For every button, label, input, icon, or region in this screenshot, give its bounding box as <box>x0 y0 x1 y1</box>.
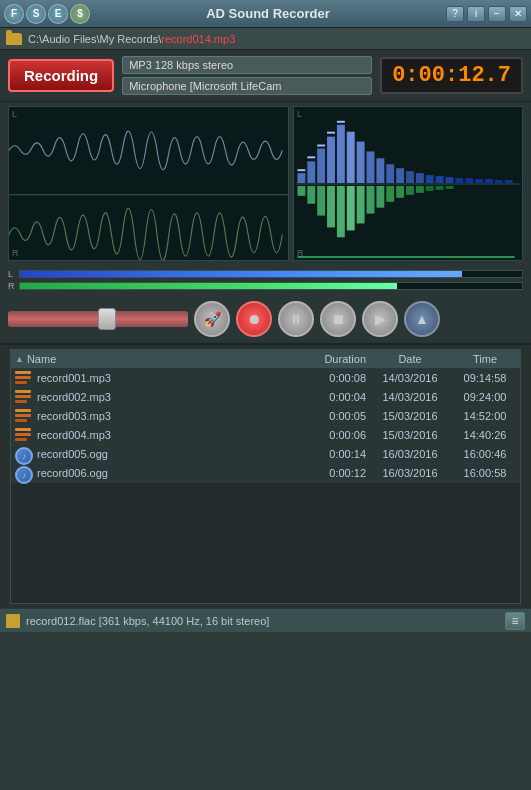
svg-rect-2 <box>307 161 315 183</box>
file-name: record002.mp3 <box>35 391 295 403</box>
file-date: 15/03/2016 <box>370 429 450 441</box>
col-header-date[interactable]: Date <box>370 353 450 365</box>
folder-icon <box>6 33 22 45</box>
svg-rect-9 <box>376 158 384 183</box>
file-row[interactable]: record001.mp3 0:00:08 14/03/2016 09:14:5… <box>11 369 520 388</box>
file-time: 16:00:58 <box>450 467 520 479</box>
file-row[interactable]: record004.mp3 0:00:06 15/03/2016 14:40:2… <box>11 426 520 445</box>
svg-rect-7 <box>357 142 365 183</box>
svg-rect-17 <box>455 178 463 183</box>
file-row[interactable]: record003.mp3 0:00:05 15/03/2016 14:52:0… <box>11 407 520 426</box>
icon-s-button[interactable]: S <box>26 4 46 24</box>
svg-rect-33 <box>337 186 345 237</box>
stop-button[interactable]: ⏹ <box>320 301 356 337</box>
timer-display: 0:00:12.7 <box>380 57 523 94</box>
file-time: 16:00:46 <box>450 448 520 460</box>
file-row[interactable]: record002.mp3 0:00:04 14/03/2016 09:24:0… <box>11 388 520 407</box>
file-duration: 0:00:14 <box>295 448 370 460</box>
svg-rect-42 <box>426 186 434 191</box>
status-file-icon <box>6 614 20 628</box>
waveform-oscilloscope: L R <box>8 106 289 261</box>
file-rows-container: record001.mp3 0:00:08 14/03/2016 09:14:5… <box>11 369 520 483</box>
svg-rect-12 <box>406 171 414 183</box>
file-row[interactable]: ♪ record006.ogg 0:00:12 16/03/2016 16:00… <box>11 464 520 483</box>
controls-section: 🚀 ⏺ ⏸ ⏹ ▶ ▲ <box>0 295 531 345</box>
svg-rect-38 <box>386 186 394 202</box>
mp3-icon <box>15 409 35 423</box>
ogg-icon: ♪ <box>15 466 35 480</box>
status-text: record012.flac [361 kbps, 44100 Hz, 16 b… <box>26 615 499 627</box>
svg-rect-10 <box>386 164 394 183</box>
info-button[interactable]: i <box>467 6 485 22</box>
svg-rect-11 <box>396 168 404 183</box>
svg-rect-35 <box>357 186 365 224</box>
file-list-wrapper: ▲ Name Duration Date Time record001.mp3 … <box>0 345 531 608</box>
level-meters: L R <box>0 265 531 295</box>
col-header-time[interactable]: Time <box>450 353 520 365</box>
col-header-duration[interactable]: Duration <box>295 353 370 365</box>
svg-rect-25 <box>317 145 325 147</box>
svg-rect-37 <box>376 186 384 208</box>
close-button[interactable]: ✕ <box>509 6 527 22</box>
meter-row-r: R <box>8 281 523 291</box>
svg-rect-15 <box>436 176 444 183</box>
spectrum-svg <box>294 107 522 260</box>
svg-rect-1 <box>297 173 305 183</box>
file-time: 09:14:58 <box>450 372 520 384</box>
format-info: MP3 128 kbps stereo <box>122 56 372 74</box>
svg-rect-19 <box>475 179 483 183</box>
status-menu-button[interactable]: ≡ <box>505 612 525 630</box>
svg-rect-21 <box>495 180 503 183</box>
svg-rect-13 <box>416 173 424 183</box>
file-date: 14/03/2016 <box>370 391 450 403</box>
volume-thumb[interactable] <box>98 308 116 330</box>
file-duration: 0:00:04 <box>295 391 370 403</box>
file-name: record005.ogg <box>35 448 295 460</box>
play-button[interactable]: ▶ <box>362 301 398 337</box>
svg-rect-44 <box>446 186 454 189</box>
file-time: 14:52:00 <box>450 410 520 422</box>
svg-rect-24 <box>307 156 315 158</box>
meter-bar-r-container <box>19 282 523 290</box>
help-button[interactable]: ? <box>446 6 464 22</box>
svg-rect-32 <box>327 186 335 227</box>
svg-rect-41 <box>416 186 424 193</box>
svg-rect-31 <box>317 186 325 216</box>
app-title: AD Sound Recorder <box>90 6 446 21</box>
meter-bar-r <box>20 283 397 289</box>
file-duration: 0:00:08 <box>295 372 370 384</box>
title-bar: F S E $ AD Sound Recorder ? i − ✕ <box>0 0 531 28</box>
minimize-button[interactable]: − <box>488 6 506 22</box>
scheduler-button[interactable]: 🚀 <box>194 301 230 337</box>
file-name-highlight: record014.mp3 <box>161 33 235 45</box>
file-name: record003.mp3 <box>35 410 295 422</box>
svg-rect-3 <box>317 148 325 183</box>
svg-rect-43 <box>436 186 444 190</box>
svg-rect-6 <box>347 132 355 183</box>
file-date: 16/03/2016 <box>370 448 450 460</box>
volume-slider[interactable] <box>8 311 188 327</box>
svg-rect-20 <box>485 179 493 183</box>
waveform-section: L R L R <box>0 102 531 265</box>
col-header-name[interactable]: ▲ Name <box>11 353 295 365</box>
status-bar: record012.flac [361 kbps, 44100 Hz, 16 b… <box>0 608 531 632</box>
meter-bar-l <box>20 271 462 277</box>
file-path: C:\Audio Files\My Records\record014.mp3 <box>28 33 235 45</box>
up-button[interactable]: ▲ <box>404 301 440 337</box>
record-button[interactable]: ⏺ <box>236 301 272 337</box>
svg-rect-40 <box>406 186 414 195</box>
icon-e-button[interactable]: E <box>48 4 68 24</box>
meter-label-l: L <box>8 269 16 279</box>
svg-rect-30 <box>307 186 315 204</box>
spectrum-analyzer: L R <box>293 106 523 261</box>
icon-dollar-button[interactable]: $ <box>70 4 90 24</box>
file-list-header: ▲ Name Duration Date Time <box>11 350 520 369</box>
recording-section: Recording MP3 128 kbps stereo Microphone… <box>0 50 531 102</box>
title-icon-group: F S E $ <box>4 4 90 24</box>
icon-f-button[interactable]: F <box>4 4 24 24</box>
file-row[interactable]: ♪ record005.ogg 0:00:14 16/03/2016 16:00… <box>11 445 520 464</box>
file-list: ▲ Name Duration Date Time record001.mp3 … <box>10 349 521 604</box>
pause-button[interactable]: ⏸ <box>278 301 314 337</box>
file-date: 15/03/2016 <box>370 410 450 422</box>
file-time: 09:24:00 <box>450 391 520 403</box>
